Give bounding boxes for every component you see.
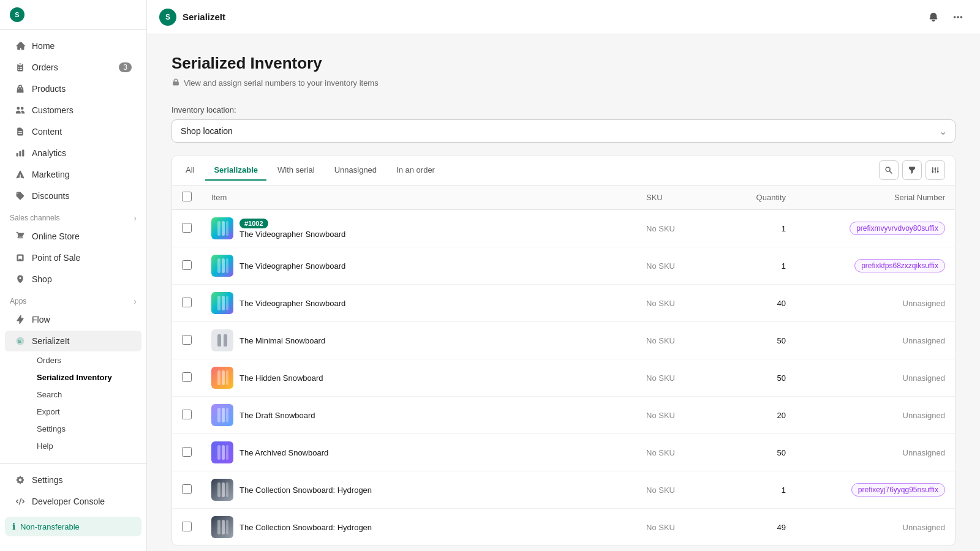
row-serial: Unnasigned	[796, 285, 955, 322]
sidebar-item-analytics-label: Analytics	[32, 148, 66, 158]
sidebar-item-orders[interactable]: Orders 3	[5, 57, 141, 78]
subnav-serialized-inventory[interactable]: Serialized Inventory	[32, 369, 141, 386]
item-thumbnail	[211, 329, 233, 351]
subnav-serialized-inventory-label: Serialized Inventory	[37, 373, 112, 382]
tab-serializable[interactable]: Serializable	[205, 160, 266, 181]
serialize-icon: S	[15, 335, 26, 347]
sidebar-item-serializeit[interactable]: S SerializeIt	[5, 331, 141, 351]
row-checkbox[interactable]	[182, 223, 192, 233]
sidebar-item-orders-label: Orders	[32, 62, 58, 72]
row-checkbox[interactable]	[182, 522, 192, 531]
subnav-settings[interactable]: Settings	[32, 421, 141, 437]
sidebar-item-settings[interactable]: Settings	[5, 470, 141, 490]
sidebar-item-developer-console[interactable]: Developer Console	[5, 491, 141, 512]
table-row: #1002 The Videographer Snowboard No SKU …	[172, 210, 955, 247]
svg-rect-16	[224, 334, 227, 347]
analytics-icon	[15, 148, 26, 159]
table-row: The Archived Snowboard No SKU 50 Unnasig…	[172, 434, 955, 471]
item-cell: The Minimal Snowboard	[211, 329, 627, 351]
row-sku: No SKU	[636, 509, 722, 546]
row-quantity: 49	[722, 509, 796, 546]
sidebar-item-products-label: Products	[32, 84, 66, 94]
svg-rect-20	[226, 370, 228, 385]
tab-in-an-order[interactable]: In an order	[388, 160, 443, 181]
subnav-orders[interactable]: Orders	[32, 352, 141, 369]
subnav-settings-label: Settings	[37, 424, 66, 433]
bell-button[interactable]	[924, 7, 943, 27]
serial-unassigned: Unnasigned	[903, 299, 945, 308]
row-checkbox-cell	[172, 322, 202, 359]
row-checkbox[interactable]	[182, 298, 192, 307]
tab-unnasigned[interactable]: Unnasigned	[326, 160, 385, 181]
row-serial: Unnasigned	[796, 509, 955, 546]
info-icon: ℹ	[12, 522, 15, 531]
table-row: The Hidden Snowboard No SKU 50 Unnasigne…	[172, 359, 955, 397]
subnav-help[interactable]: Help	[32, 438, 141, 454]
sidebar-item-home[interactable]: Home	[5, 36, 141, 56]
item-name: The Videographer Snowboard	[239, 230, 345, 239]
header-serial-number: Serial Number	[796, 186, 955, 210]
sidebar-item-flow[interactable]: Flow	[5, 309, 141, 330]
row-quantity: 20	[722, 397, 796, 434]
subnav-export[interactable]: Export	[32, 403, 141, 420]
item-name: The Hidden Snowboard	[239, 373, 323, 383]
header-quantity: Quantity	[722, 186, 796, 210]
subnav-orders-label: Orders	[37, 356, 61, 365]
row-checkbox-cell	[172, 471, 202, 509]
more-icon	[952, 12, 963, 23]
sidebar-item-products[interactable]: Products	[5, 78, 141, 99]
sort-table-button[interactable]	[925, 160, 945, 180]
sidebar-item-analytics[interactable]: Analytics	[5, 143, 141, 163]
sidebar-item-shop[interactable]: Shop	[5, 269, 141, 290]
row-checkbox-cell	[172, 397, 202, 434]
location-select[interactable]: Shop location	[172, 119, 956, 143]
svg-rect-34	[217, 520, 221, 534]
item-name: The Draft Snowboard	[239, 411, 315, 420]
row-sku: No SKU	[636, 285, 722, 322]
row-checkbox[interactable]	[182, 335, 192, 345]
svg-rect-31	[222, 482, 225, 497]
tab-all[interactable]: All	[177, 160, 203, 181]
sidebar-item-marketing[interactable]: Marketing	[5, 164, 141, 185]
row-sku: No SKU	[636, 434, 722, 471]
row-serial: Unnasigned	[796, 359, 955, 397]
row-checkbox[interactable]	[182, 484, 192, 494]
row-checkbox[interactable]	[182, 410, 192, 419]
row-checkbox-cell	[172, 509, 202, 546]
tab-with-serial[interactable]: With serial	[269, 160, 323, 181]
serial-chip[interactable]: prefixeyj76yyqg95nsuffix	[851, 483, 945, 497]
sidebar-item-customers[interactable]: Customers	[5, 100, 141, 121]
row-checkbox[interactable]	[182, 447, 192, 457]
item-name-container: The Videographer Snowboard	[239, 299, 345, 308]
sidebar-item-discounts[interactable]: Discounts	[5, 186, 141, 206]
sidebar-item-pos[interactable]: Point of Sale	[5, 247, 141, 268]
item-cell: The Videographer Snowboard	[211, 255, 627, 277]
row-sku: No SKU	[636, 247, 722, 285]
row-serial: Unnasigned	[796, 322, 955, 359]
filter-table-button[interactable]	[902, 160, 922, 180]
sidebar-item-content[interactable]: Content	[5, 121, 141, 142]
svg-rect-8	[222, 258, 225, 273]
content-area: Serialized Inventory View and assign ser…	[147, 34, 980, 551]
row-checkbox[interactable]	[182, 260, 192, 270]
select-all-checkbox[interactable]	[182, 192, 192, 201]
flow-icon	[15, 314, 26, 325]
header-checkbox-cell	[172, 186, 202, 210]
marketing-icon	[15, 169, 26, 180]
row-checkbox[interactable]	[182, 372, 192, 382]
more-button[interactable]	[948, 7, 968, 27]
content-icon	[15, 126, 26, 137]
serial-chip[interactable]: prefixkfps68zxzqiksuffix	[854, 259, 945, 272]
table-row: The Minimal Snowboard No SKU 50 Unnasign…	[172, 322, 955, 359]
svg-rect-13	[226, 296, 228, 310]
row-quantity: 1	[722, 210, 796, 247]
subnav-search[interactable]: Search	[32, 386, 141, 403]
item-thumbnail	[211, 255, 233, 277]
main-area: S SerializeIt Serialized Inventory View …	[147, 0, 980, 551]
discounts-icon	[15, 190, 26, 201]
row-item-cell: The Videographer Snowboard	[202, 247, 636, 285]
search-table-button[interactable]	[879, 160, 899, 180]
svg-rect-35	[222, 520, 225, 534]
serial-chip[interactable]: prefixmvyvrvdvoy80suffix	[850, 222, 945, 235]
sidebar-item-online-store[interactable]: Online Store	[5, 226, 141, 247]
